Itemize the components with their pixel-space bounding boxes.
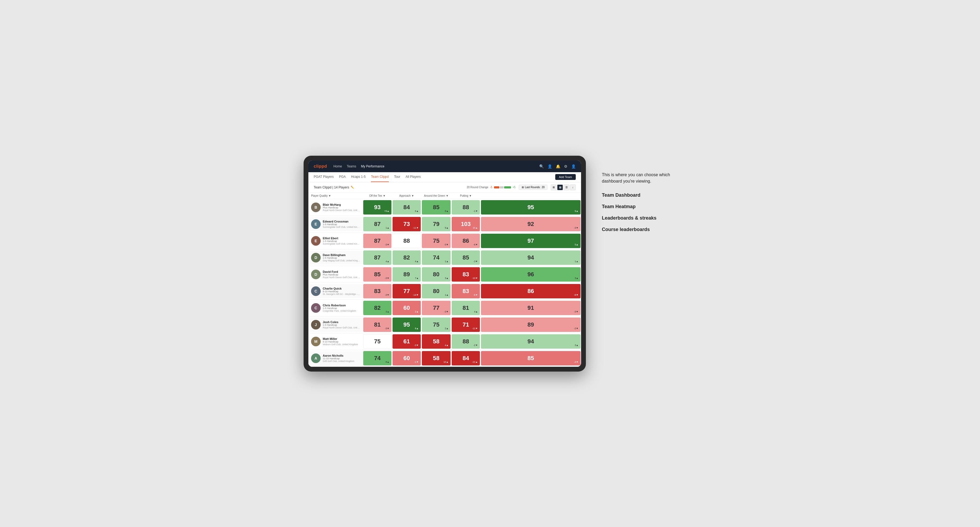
tablet-screen: clippd Home Teams My Performance 🔍 👤 🔔 ⚙… bbox=[309, 160, 581, 367]
team-title: Team Clippd | 14 Players bbox=[314, 186, 349, 189]
score-value: 58 bbox=[433, 355, 439, 362]
score-value: 84 bbox=[403, 204, 410, 211]
last-rounds-button[interactable]: ⊞ Last Rounds: 20 bbox=[519, 185, 547, 190]
score-value: 74 bbox=[374, 355, 380, 362]
profile-icon[interactable]: 👤 bbox=[571, 164, 576, 168]
score-value: 85 bbox=[528, 355, 534, 362]
player-cell-5[interactable]: CCharlie Quick6-10 HandicapSt. George's … bbox=[309, 283, 363, 300]
score-value: 80 bbox=[433, 271, 439, 278]
subnav-pgat[interactable]: PGAT Players bbox=[314, 172, 334, 182]
score-change: -3▼ bbox=[444, 310, 449, 313]
score-cell-0: 83-3▼ bbox=[363, 283, 392, 300]
player-cell-9[interactable]: AAaron Nicholls11-15 HandicapDrift Golf … bbox=[309, 350, 363, 367]
header-off-tee[interactable]: Off the Tee ▼ bbox=[363, 193, 392, 199]
player-cell-3[interactable]: DDave Billingham1-5 HandicapGog Magog Go… bbox=[309, 249, 363, 266]
score-box: 89-2▼ bbox=[481, 317, 581, 332]
score-change: -11▼ bbox=[413, 227, 418, 229]
score-value: 75 bbox=[433, 237, 439, 244]
score-cell-3: 83-6▼ bbox=[451, 283, 480, 300]
player-cell-0[interactable]: BBlair McHargPlus HandicapRoyal North De… bbox=[309, 199, 363, 216]
score-change: -10▼ bbox=[472, 277, 478, 279]
score-change: 5▲ bbox=[575, 243, 578, 246]
table-row: CChris Robertson1-5 HandicapCraigmillar … bbox=[309, 300, 581, 316]
score-change: 15▲ bbox=[473, 227, 478, 229]
subnav-all-players[interactable]: All Players bbox=[406, 172, 421, 182]
score-cell-4: 89-2▼ bbox=[480, 316, 581, 333]
subnav-pga[interactable]: PGA bbox=[339, 172, 346, 182]
score-change: -3▼ bbox=[385, 243, 389, 246]
score-value: 85 bbox=[433, 204, 439, 211]
download-btn[interactable]: ↓ bbox=[570, 184, 576, 190]
score-change: 3▲ bbox=[445, 277, 449, 279]
score-box: 858▲ bbox=[422, 200, 450, 214]
subnav-hcaps[interactable]: Hcaps 1-5 bbox=[351, 172, 366, 182]
score-value: 103 bbox=[461, 221, 471, 227]
settings-icon[interactable]: ⚙ bbox=[564, 164, 568, 168]
subnav-team-clippd[interactable]: Team Clippd bbox=[371, 172, 389, 182]
score-change: 4▲ bbox=[445, 344, 449, 346]
score-cell-0: 871▲ bbox=[363, 216, 392, 232]
player-cell-2[interactable]: EElliot Ebert1-5 HandicapSunningdale Gol… bbox=[309, 232, 363, 249]
round-change: 20 Round Change -5 +5 bbox=[466, 186, 515, 189]
player-cell-7[interactable]: JJosh Coles1-5 HandicapRoyal North Devon… bbox=[309, 316, 363, 333]
score-box: 959▲ bbox=[481, 200, 581, 214]
score-value: 93 bbox=[374, 204, 380, 211]
subnav: PGAT Players PGA Hcaps 1-5 Team Clippd T… bbox=[309, 172, 581, 182]
bell-icon[interactable]: 🔔 bbox=[556, 164, 560, 168]
score-value: 84 bbox=[463, 355, 469, 362]
player-cell-1[interactable]: EEdward Crossman1-5 HandicapSunningdale … bbox=[309, 216, 363, 232]
score-change: 1▲ bbox=[575, 260, 578, 263]
player-name: Chris Robertson bbox=[323, 304, 356, 307]
score-value: 88 bbox=[463, 204, 469, 211]
score-cell-1: 602▲ bbox=[392, 300, 421, 316]
score-cell-3: 86-6▼ bbox=[451, 232, 480, 249]
player-handicap: Plus Handicap bbox=[323, 206, 360, 209]
score-change: 4▲ bbox=[474, 310, 478, 313]
page-wrapper: clippd Home Teams My Performance 🔍 👤 🔔 ⚙… bbox=[304, 156, 676, 371]
score-value: 95 bbox=[528, 204, 534, 211]
player-club: Woburn Golf Club, United Kingdom bbox=[323, 343, 358, 346]
score-cell-3: 88-1▼ bbox=[451, 199, 480, 216]
score-change: 6▲ bbox=[415, 210, 418, 213]
score-box: 85-3▼ bbox=[363, 267, 391, 282]
score-change: 1▲ bbox=[386, 227, 389, 229]
score-change: -1▼ bbox=[473, 210, 478, 213]
score-box: 871▲ bbox=[363, 217, 391, 231]
score-value: 80 bbox=[433, 288, 439, 295]
header-player[interactable]: Player Quality ▼ bbox=[309, 193, 363, 199]
nav-teams[interactable]: Teams bbox=[347, 165, 356, 168]
subnav-tour[interactable]: Tour bbox=[394, 172, 400, 182]
player-cell-6[interactable]: CChris Robertson1-5 HandicapCraigmillar … bbox=[309, 300, 363, 316]
search-icon[interactable]: 🔍 bbox=[539, 164, 544, 168]
nav-my-performance[interactable]: My Performance bbox=[361, 165, 384, 168]
header-approach[interactable]: Approach ▼ bbox=[392, 193, 421, 199]
player-cell-8[interactable]: MMatt Miller6-10 HandicapWoburn Golf Clu… bbox=[309, 333, 363, 350]
list-view-btn[interactable]: ☰ bbox=[563, 184, 570, 190]
score-box: 752▲ bbox=[422, 317, 450, 332]
nav-home[interactable]: Home bbox=[333, 165, 342, 168]
score-cell-1: 61-3▼ bbox=[392, 333, 421, 350]
header-putting[interactable]: Putting ▼ bbox=[451, 193, 480, 199]
score-cell-0: 93+9▲ bbox=[363, 199, 392, 216]
score-cell-4: 91-3▼ bbox=[480, 300, 581, 316]
score-cell-4: 92-3▼ bbox=[480, 216, 581, 232]
score-box: 91-3▼ bbox=[481, 301, 581, 315]
avatar: D bbox=[311, 253, 321, 262]
edit-icon[interactable]: ✏️ bbox=[351, 186, 354, 189]
table-row: DDave Billingham1-5 HandicapGog Magog Go… bbox=[309, 249, 581, 266]
heatmap-view-btn[interactable]: ▦ bbox=[557, 184, 563, 190]
navbar-left: clippd Home Teams My Performance bbox=[314, 164, 385, 169]
score-value: 87 bbox=[374, 221, 380, 227]
player-name: Edward Crossman bbox=[323, 220, 360, 223]
player-cell-4[interactable]: DDavid FordPlus HandicapRoyal North Devo… bbox=[309, 266, 363, 283]
nav-links: Home Teams My Performance bbox=[333, 165, 384, 168]
score-change: 7▲ bbox=[415, 277, 418, 279]
player-club: Drift Golf Club, United Kingdom bbox=[323, 360, 355, 362]
add-team-button[interactable]: Add Team bbox=[555, 174, 576, 180]
header-around-green[interactable]: Around the Green ▼ bbox=[421, 193, 451, 199]
grid-view-btn[interactable]: ⊞ bbox=[551, 184, 557, 190]
score-change: -3▼ bbox=[385, 294, 389, 296]
user-icon[interactable]: 👤 bbox=[547, 164, 552, 168]
table-row: EEdward Crossman1-5 HandicapSunningdale … bbox=[309, 216, 581, 232]
table-row: JJosh Coles1-5 HandicapRoyal North Devon… bbox=[309, 316, 581, 333]
